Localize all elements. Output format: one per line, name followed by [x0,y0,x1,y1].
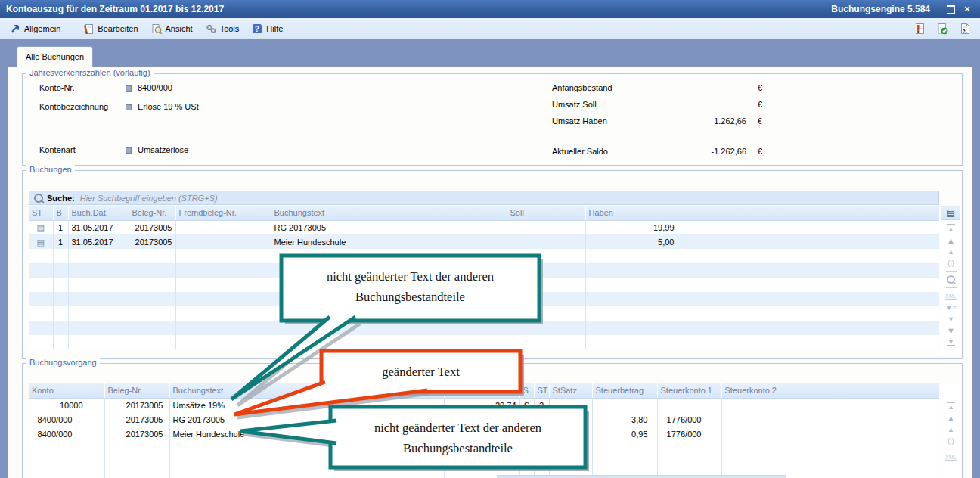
gears-icon [205,23,217,35]
application-window: Kontoauszug für den Zeitraum 01.2017 bis… [0,0,980,478]
column-chooser-icon[interactable]: ▤ [941,206,960,220]
record-detail-icon[interactable]: ▤ [37,223,45,232]
scroll-down-icon[interactable]: ▼ [945,325,957,335]
xml-export-icon[interactable]: XML [945,452,957,462]
currency-symbol: € [758,116,762,126]
table-row[interactable]: 8400/000 20173005 Meier Hundeschule 0,95… [29,427,939,441]
column-header-st[interactable]: ST [29,206,53,220]
document-approve-icon[interactable] [936,23,948,35]
table-row [29,321,939,335]
groupbox-title: Jahresverkehrszahlen (vorläufig) [26,68,154,77]
column-header-belegnr[interactable]: Beleg-Nr. [129,206,175,220]
column-header-buchungstext[interactable]: Buchungstext [271,206,507,220]
column-header-steuerbetrag[interactable]: Steuerbetrag [592,383,657,398]
tab-alle-buchungen[interactable]: Alle Buchungen [17,46,93,67]
table-row [29,263,939,278]
column-header-stsatz[interactable]: StSatz [549,383,592,398]
menu-hilfe[interactable]: ? Hilfe [251,23,283,35]
column-header-b[interactable]: B [53,206,68,220]
sigma-glyph: Σ [963,26,967,34]
scroll-to-top-icon[interactable]: ▲ [945,402,957,411]
column-header-buchungstext[interactable]: Buchungstext [169,383,444,398]
filter-icon[interactable]: ▼≡ [945,303,957,312]
partial-next-row [497,475,786,478]
column-header-filler [786,383,939,398]
buchungsvorgang-side-toolbar: ▲ ▲ ▲ (|) XML [941,383,960,478]
column-header-filler [678,206,939,220]
divider [946,287,957,288]
document-tool-icon[interactable] [913,23,926,35]
menu-ansicht[interactable]: Ansicht [150,23,193,35]
field-label-konto-nr: Konto-Nr. [39,83,74,92]
column-header-steuerkonto1[interactable]: Steuerkonto 1 [657,383,721,398]
divider [946,449,957,449]
view-magnifier-icon [150,23,163,35]
menu-bearbeiten[interactable]: Bearbeiten [82,23,138,35]
field-value-umsatz-haben: 1.262,66 [650,116,746,126]
search-bar: Suche: [29,191,939,205]
column-header-fremdbelegnr[interactable]: Fremdbeleg-Nr. [175,206,271,220]
groupbox-title: Buchungen [26,165,75,174]
currency-symbol: € [758,83,762,92]
step-up-icon[interactable]: ▲ [945,424,957,434]
window-title: Kontoauszug für den Zeitraum 01.2017 bis… [6,4,224,14]
svg-text:?: ? [255,24,259,33]
menu-separator [73,22,73,36]
table-row [29,306,939,321]
column-header-steuerkonto2[interactable]: Steuerkonto 2 [721,383,786,398]
column-header-soll[interactable]: Soll [507,206,585,220]
xml-export-icon[interactable]: XML [945,291,957,301]
table-row [29,335,939,349]
column-header-s[interactable]: S [519,383,534,398]
tab-page: Jahresverkehrszahlen (vorläufig) Konto-N… [7,66,973,478]
record-detail-icon[interactable]: ▤ [37,237,45,247]
menu-allgemein[interactable]: Allgemein [9,23,60,35]
document-edit-icon [82,23,95,35]
field-bullet-icon [126,104,132,110]
collapse-icon[interactable]: (|) [945,258,957,268]
field-bullet-icon [126,85,132,92]
table-row[interactable]: ▤ 1 31.05.2017 20173005 Meier Hundeschul… [29,234,939,249]
field-label-umsatz-haben: Umsatz Haben [552,116,607,126]
buchungen-header-row: ST B Buch.Dat. Beleg-Nr. Fremdbeleg-Nr. … [29,206,939,220]
column-header-belegnr[interactable]: Beleg-Nr. [104,383,169,398]
table-row [29,278,939,292]
table-row [29,441,939,455]
buchungsvorgang-header-row: Konto Beleg-Nr. Buchungstext S ST StSatz… [29,383,939,398]
scroll-up-icon[interactable]: ▲ [945,413,957,423]
scroll-up-icon[interactable]: ▲ [945,235,957,245]
scroll-to-bottom-icon[interactable]: ▼ [945,337,957,346]
scroll-to-top-icon[interactable]: ▲ [945,224,957,234]
search-icon [34,194,43,203]
groupbox-title: Buchungsvorgang [26,358,100,367]
close-window-icon[interactable]: × [960,3,974,15]
currency-symbol: € [758,147,762,156]
step-up-icon[interactable]: ▲ [945,247,957,256]
restore-window-icon[interactable] [944,3,957,15]
search-input[interactable] [79,193,934,203]
currency-symbol: € [758,100,762,109]
arrow-ne-icon [9,23,21,35]
help-icon: ? [251,23,263,35]
collapse-icon[interactable]: (|) [945,436,957,445]
search-records-icon[interactable] [945,275,957,284]
step-down-icon[interactable]: ▼ [945,314,957,324]
column-header-haben[interactable]: Haben [585,206,678,220]
divider [946,271,957,272]
column-header-betrag[interactable] [444,383,519,398]
search-label: Suche: [47,194,75,203]
field-bullet-icon [126,147,132,154]
menu-tools[interactable]: Tools [205,23,240,35]
table-row[interactable]: 8400/000 20173005 RG 20173005 3,80 1776/… [29,412,939,427]
table-row[interactable]: 10000 20173005 Umsätze 19% 29,74 S 2 [29,398,939,412]
field-value-kontobezeichnung: Erlöse 19 % USt [138,102,199,111]
document-sum-icon[interactable]: Σ [959,23,971,35]
column-header-buchdat[interactable]: Buch.Dat. [68,206,129,220]
menu-bar: Allgemein Bearbeiten Ansicht [0,18,980,39]
field-value-kontenart: Umsatzerlöse [138,145,188,154]
groupbox-buchungen: Buchungen Suche: ST B Buch.Dat. Beleg-Nr… [22,170,963,358]
table-row [29,292,939,306]
column-header-konto[interactable]: Konto [29,383,104,398]
table-row[interactable]: ▤ 1 31.05.2017 20173005 RG 20173005 19,9… [29,220,939,234]
column-header-st[interactable]: ST [534,383,549,398]
